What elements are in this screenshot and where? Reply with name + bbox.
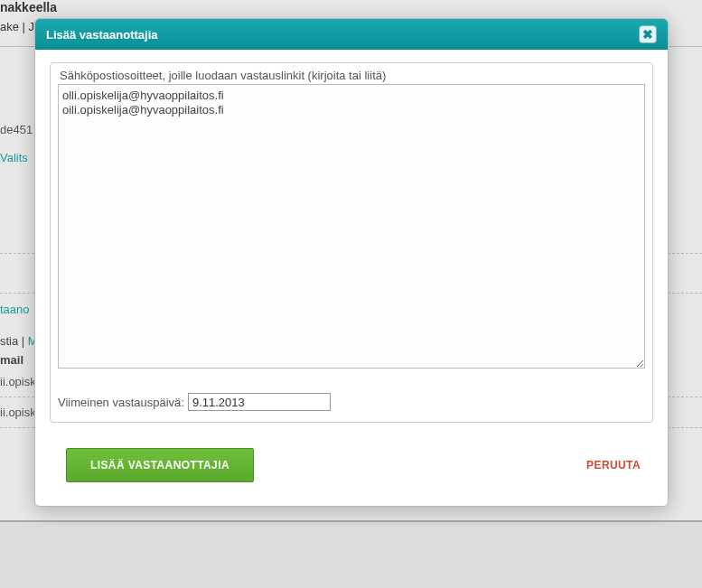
- add-recipients-dialog: Lisää vastaanottajia ✖ Sähköpostiosoitte…: [34, 18, 669, 507]
- dialog-footer: LISÄÄ VASTAANOTTAJIA PERUUTA: [35, 426, 668, 506]
- dialog-title-text: Lisää vastaanottajia: [46, 28, 158, 42]
- deadline-input[interactable]: [188, 393, 331, 411]
- add-recipients-button[interactable]: LISÄÄ VASTAANOTTAJIA: [66, 448, 254, 482]
- modal-overlay: Lisää vastaanottajia ✖ Sähköpostiosoitte…: [0, 0, 702, 588]
- recipients-fieldset: Sähköpostiosoitteet, joille luodaan vast…: [50, 62, 653, 423]
- deadline-row: Viimeinen vastauspäivä:: [58, 393, 645, 411]
- cancel-button[interactable]: PERUUTA: [586, 459, 641, 471]
- dialog-close-button[interactable]: ✖: [639, 25, 657, 43]
- deadline-label: Viimeinen vastauspäivä:: [58, 396, 184, 409]
- dialog-titlebar: Lisää vastaanottajia ✖: [35, 19, 668, 50]
- email-textarea[interactable]: [58, 84, 645, 369]
- email-textarea-label: Sähköpostiosoitteet, joille luodaan vast…: [60, 69, 645, 82]
- dialog-body: Sähköpostiosoitteet, joille luodaan vast…: [35, 50, 668, 426]
- close-icon: ✖: [642, 28, 653, 41]
